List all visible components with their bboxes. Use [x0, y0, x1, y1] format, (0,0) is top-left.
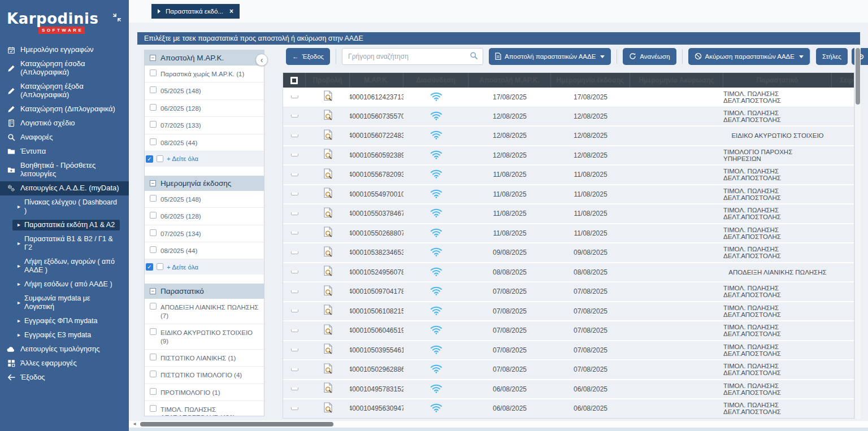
- checkbox[interactable]: [150, 388, 157, 395]
- filter-option[interactable]: ΕΙΔΙΚΟ ΑΚΥΡΩΤΙΚΟ ΣΤΟΙΧΕΙΟ (9): [145, 324, 264, 350]
- sidebar-item[interactable]: Λειτουργίες Α.Α.Δ.Ε. (myData): [0, 181, 129, 195]
- checkbox[interactable]: [150, 104, 157, 111]
- filter-option[interactable]: 07/2025 (133): [145, 117, 264, 134]
- checkbox[interactable]: [150, 405, 157, 412]
- checkbox[interactable]: [157, 263, 163, 270]
- exit-button[interactable]: ← Έξοδος: [286, 48, 330, 65]
- row-checkbox[interactable]: [291, 134, 298, 137]
- refresh-button[interactable]: Ανανέωση: [623, 48, 676, 65]
- filter-option[interactable]: 05/2025 (148): [145, 82, 264, 99]
- filter-option[interactable]: 06/2025 (128): [145, 100, 264, 117]
- sidebar-subitem[interactable]: ▸Παραστατικά εκδότη Α1 & Α2: [0, 218, 129, 232]
- sidebar-item[interactable]: Λειτουργίες τιμολόγησης: [0, 342, 129, 356]
- sidebar-subitem[interactable]: ▸Λήψη εσόδων ( από ΑΑΔΕ ): [0, 277, 129, 291]
- checkbox[interactable]: [150, 138, 157, 145]
- sidebar-subitem[interactable]: ▸Λήψη εξόδων, αγορών ( από ΑΑΔΕ ): [0, 255, 129, 277]
- row-checkbox[interactable]: [291, 290, 298, 293]
- checkbox[interactable]: [150, 195, 157, 202]
- checkbox[interactable]: [157, 155, 163, 162]
- sidebar-subitem[interactable]: ▸Συμφωνία mydata με Λογιστική: [0, 291, 129, 314]
- row-checkbox[interactable]: [291, 329, 298, 332]
- cancel-documents-button[interactable]: Ακύρωση παραστατικών ΑΑΔΕ: [688, 48, 810, 65]
- preview-document-icon[interactable]: [323, 129, 333, 142]
- sidebar-item[interactable]: Καταχώρηση (Διπλογραφικά): [0, 102, 129, 116]
- sidebar-item[interactable]: Έξοδος: [0, 371, 129, 385]
- column-header[interactable]: Παραστατικό: [723, 73, 832, 88]
- checkbox[interactable]: [150, 303, 157, 310]
- filter-option[interactable]: 05/2025 (148): [145, 191, 264, 208]
- sidebar-item[interactable]: Λογιστικό σχέδιο: [0, 116, 129, 130]
- filter-option[interactable]: ΠΙΣΤΩΤΙΚΟ ΤΙΜΟΛΟΓΙΟ (4): [145, 367, 264, 384]
- filter-collapse-button[interactable]: ‹: [255, 54, 268, 66]
- filter-option[interactable]: 08/2025 (44): [145, 134, 264, 151]
- see-all-row[interactable]: ✓+ Δείτε όλα: [145, 151, 264, 167]
- sidebar-subitem[interactable]: ▸Παραστατικά Β1 & Β2 / Γ1 & Γ2: [0, 232, 129, 255]
- sidebar-item[interactable]: Άλλες εφαρμογές: [0, 356, 129, 371]
- checkbox[interactable]: [150, 121, 157, 128]
- sidebar-item[interactable]: Καταχώρηση έξοδα (Απλογραφικά): [0, 80, 129, 102]
- select-all-checkbox[interactable]: [290, 77, 298, 84]
- preview-document-icon[interactable]: [323, 188, 333, 201]
- row-checkbox[interactable]: [291, 271, 298, 273]
- sidebar-subitem[interactable]: ▸Εγγραφές Ε3 mydata: [0, 328, 129, 342]
- sidebar-subitem[interactable]: ▸Πίνακας ελέγχου ( Dashboard ): [0, 195, 129, 218]
- row-checkbox[interactable]: [291, 251, 298, 254]
- horizontal-scrollbar[interactable]: ◄: [129, 421, 868, 428]
- search-icon[interactable]: [470, 51, 478, 62]
- checkbox[interactable]: [150, 86, 157, 93]
- column-header[interactable]: Ημερομηνία έκδοσης: [551, 73, 630, 88]
- row-checkbox[interactable]: [291, 232, 298, 234]
- preview-document-icon[interactable]: [323, 227, 333, 240]
- see-all-link[interactable]: + Δείτε όλα: [167, 155, 198, 162]
- collapse-minus-icon[interactable]: −: [150, 288, 156, 294]
- checkbox[interactable]: [150, 246, 157, 253]
- sidebar-subitem[interactable]: ▸Εγγραφές ΦΠΑ mydata: [0, 314, 129, 328]
- checkbox[interactable]: [150, 328, 157, 335]
- filter-option[interactable]: 08/2025 (44): [145, 242, 264, 259]
- column-header[interactable]: Σειρά: [832, 73, 854, 88]
- checkbox[interactable]: [150, 212, 157, 219]
- column-header[interactable]: Ημερομηνία Ακύρωσης: [630, 73, 723, 88]
- column-header[interactable]: Προβολή: [306, 73, 350, 88]
- sidebar-item[interactable]: Βοηθητικά - Πρόσθετες λειτουργίες: [0, 159, 129, 181]
- row-checkbox[interactable]: [291, 310, 298, 312]
- preview-document-icon[interactable]: [323, 246, 333, 259]
- column-header[interactable]: Αποστολή Μ.ΑΡ.Κ.: [468, 73, 551, 88]
- filter-option[interactable]: ΤΙΜΟΛ. ΠΩΛΗΣΗΣ ΔΕΛΤ.ΑΠΟΣΤΟΛΗΣ (431): [145, 401, 264, 416]
- row-checkbox[interactable]: [291, 115, 298, 117]
- preview-document-icon[interactable]: [323, 149, 333, 162]
- sidebar-item[interactable]: Ημερολόγιο εγγραφών: [0, 43, 129, 57]
- send-documents-button[interactable]: Αποστολή παραστατικών ΑΑΔΕ: [489, 48, 611, 65]
- row-checkbox[interactable]: [291, 349, 298, 351]
- row-checkbox[interactable]: [291, 95, 298, 98]
- preview-document-icon[interactable]: [323, 324, 333, 337]
- sidebar-item[interactable]: Έντυπα: [0, 145, 129, 159]
- column-header[interactable]: Μ.ΑΡ.Κ.: [350, 73, 403, 88]
- filter-option[interactable]: ΑΠΟΔΕΙΞΗ ΛΙΑΝΙΚΗΣ ΠΩΛΗΣΗΣ (7): [145, 299, 264, 324]
- preview-document-icon[interactable]: [323, 168, 333, 181]
- checkbox-checked[interactable]: ✓: [146, 155, 153, 163]
- preview-document-icon[interactable]: [323, 265, 333, 278]
- sidebar-item[interactable]: Αναφορές: [0, 130, 129, 145]
- preview-document-icon[interactable]: [323, 110, 333, 123]
- vertical-scrollbar-thumb[interactable]: [856, 48, 860, 105]
- preview-document-icon[interactable]: [323, 382, 333, 395]
- checkbox[interactable]: [150, 69, 157, 76]
- checkbox[interactable]: [150, 229, 157, 236]
- vertical-scrollbar[interactable]: [854, 48, 861, 419]
- preview-document-icon[interactable]: [323, 402, 333, 415]
- see-all-row[interactable]: ✓+ Δείτε όλα: [145, 259, 264, 275]
- preview-document-icon[interactable]: [323, 207, 333, 220]
- tab-parastatika[interactable]: Παραστατικά εκδό... ×: [151, 4, 240, 19]
- sidebar-item[interactable]: Καταχώρηση έσοδα (Απλογραφικά): [0, 57, 129, 80]
- column-header[interactable]: Διασύνδεση: [403, 73, 468, 88]
- preview-document-icon[interactable]: [323, 285, 333, 298]
- sidebar-collapse-icon[interactable]: [112, 12, 122, 23]
- horizontal-scrollbar-thumb[interactable]: [140, 422, 333, 426]
- checkbox[interactable]: [150, 354, 157, 360]
- filter-option[interactable]: ΠΙΣΤΩΤΙΚΟ ΛΙΑΝΙΚΗΣ (1): [145, 350, 264, 367]
- see-all-link[interactable]: + Δείτε όλα: [167, 264, 198, 271]
- filter-group-header[interactable]: −Παραστατικό: [145, 284, 264, 299]
- row-checkbox[interactable]: [291, 368, 298, 371]
- filter-option[interactable]: ΠΡΟΤΙΜΟΛΟΓΙΟ (1): [145, 384, 264, 401]
